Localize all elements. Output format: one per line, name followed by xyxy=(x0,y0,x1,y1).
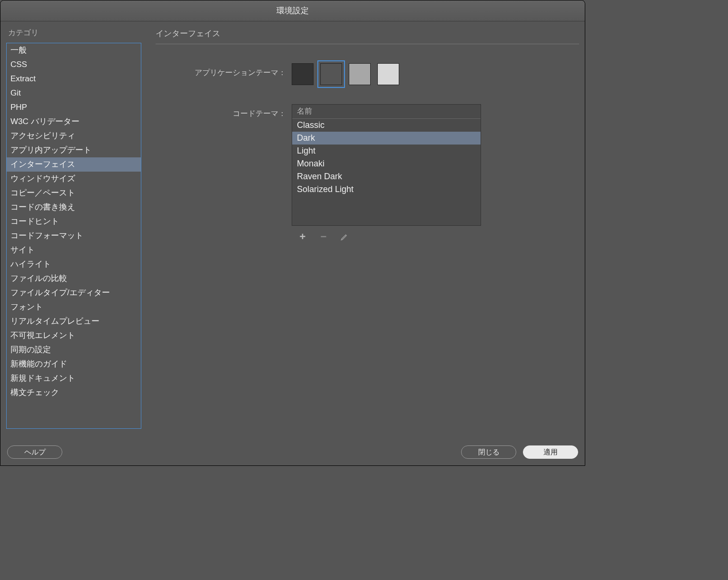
divider xyxy=(156,44,579,44)
theme-list-header: 名前 xyxy=(292,105,481,119)
theme-swatch[interactable] xyxy=(292,63,314,85)
apply-label: 適用 xyxy=(543,448,558,457)
help-button[interactable]: ヘルプ xyxy=(7,445,62,459)
category-label: カテゴリ xyxy=(6,26,141,43)
category-item[interactable]: 不可視エレメント xyxy=(7,329,141,343)
category-item[interactable]: コードの書き換え xyxy=(7,200,141,214)
category-item[interactable]: Git xyxy=(7,86,141,100)
category-item[interactable]: ウィンドウサイズ xyxy=(7,172,141,186)
category-item[interactable]: コードヒント xyxy=(7,214,141,229)
category-item[interactable]: リアルタイムプレビュー xyxy=(7,314,141,329)
window-titlebar: 環境設定 xyxy=(0,0,585,21)
content-area: カテゴリ 一般CSSExtractGitPHPW3C バリデーターアクセシビリテ… xyxy=(0,21,585,440)
footer: ヘルプ 閉じる 適用 xyxy=(0,440,585,465)
close-button[interactable]: 閉じる xyxy=(461,445,516,459)
code-theme-label: コードテーマ： xyxy=(156,104,292,119)
theme-actions: + − xyxy=(292,226,481,248)
category-item[interactable]: 一般 xyxy=(7,43,141,58)
main-panel: インターフェイス アプリケーションテーマ： コードテーマ： 名前 Classic… xyxy=(156,26,579,440)
theme-swatch[interactable] xyxy=(377,63,399,85)
help-label: ヘルプ xyxy=(24,448,46,457)
category-item[interactable]: ファイルタイプ/エディター xyxy=(7,286,141,300)
theme-item[interactable]: Light xyxy=(292,145,481,157)
code-theme-list[interactable]: 名前 ClassicDarkLightMonakiRaven DarkSolar… xyxy=(292,104,481,226)
category-item[interactable]: コピー／ペースト xyxy=(7,186,141,200)
theme-item[interactable]: Raven Dark xyxy=(292,170,481,183)
category-item[interactable]: サイト xyxy=(7,243,141,257)
app-theme-label: アプリケーションテーマ： xyxy=(156,63,292,78)
theme-item[interactable]: Solarized Light xyxy=(292,183,481,196)
category-item[interactable]: Extract xyxy=(7,72,141,86)
theme-swatch[interactable] xyxy=(320,63,342,85)
category-item[interactable]: ハイライト xyxy=(7,257,141,271)
category-list[interactable]: 一般CSSExtractGitPHPW3C バリデーターアクセシビリティアプリ内… xyxy=(6,43,141,429)
apply-button[interactable]: 適用 xyxy=(523,445,578,459)
category-item[interactable]: 同期の設定 xyxy=(7,343,141,357)
theme-item[interactable]: Monaki xyxy=(292,157,481,170)
category-item[interactable]: PHP xyxy=(7,100,141,115)
category-item[interactable]: 新機能のガイド xyxy=(7,357,141,371)
category-item[interactable]: アクセシビリティ xyxy=(7,129,141,143)
window-title: 環境設定 xyxy=(276,5,309,16)
theme-item[interactable]: Classic xyxy=(292,119,481,132)
category-item[interactable]: フォント xyxy=(7,300,141,314)
app-theme-swatches xyxy=(292,63,399,85)
app-theme-row: アプリケーションテーマ： xyxy=(156,63,579,85)
panel-title: インターフェイス xyxy=(156,26,579,44)
theme-swatch[interactable] xyxy=(349,63,371,85)
category-item[interactable]: 構文チェック xyxy=(7,386,141,400)
category-item[interactable]: W3C バリデーター xyxy=(7,115,141,129)
category-item[interactable]: インターフェイス xyxy=(7,157,141,172)
theme-item[interactable]: Dark xyxy=(292,132,481,145)
preferences-window: 環境設定 カテゴリ 一般CSSExtractGitPHPW3C バリデーターアク… xyxy=(0,0,585,466)
category-item[interactable]: CSS xyxy=(7,58,141,72)
add-icon[interactable]: + xyxy=(298,232,307,241)
code-theme-row: コードテーマ： 名前 ClassicDarkLightMonakiRaven D… xyxy=(156,104,579,248)
category-item[interactable]: ファイルの比較 xyxy=(7,271,141,286)
category-item[interactable]: アプリ内アップデート xyxy=(7,143,141,157)
remove-icon[interactable]: − xyxy=(319,232,328,241)
sidebar: カテゴリ 一般CSSExtractGitPHPW3C バリデーターアクセシビリテ… xyxy=(6,26,141,440)
category-item[interactable]: コードフォーマット xyxy=(7,229,141,243)
category-item[interactable]: 新規ドキュメント xyxy=(7,371,141,386)
edit-icon[interactable] xyxy=(340,232,349,241)
close-label: 閉じる xyxy=(478,448,500,457)
code-theme-wrap: 名前 ClassicDarkLightMonakiRaven DarkSolar… xyxy=(292,104,481,248)
